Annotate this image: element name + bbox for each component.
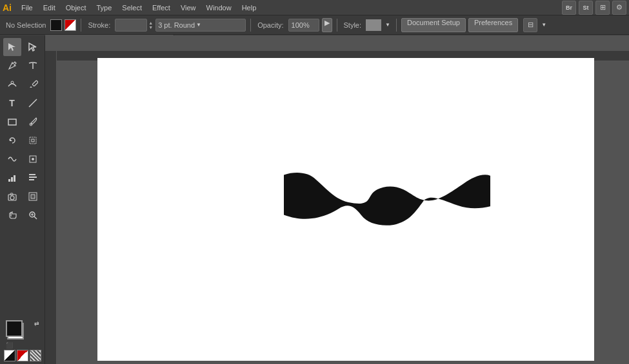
color-controls: ⇄ ⬛ — [4, 318, 41, 361]
menu-window[interactable]: Window — [202, 3, 236, 13]
pencil-tool[interactable] — [24, 75, 42, 93]
svg-point-19 — [10, 196, 14, 200]
curvature-tool[interactable] — [3, 75, 21, 93]
pen-tool[interactable] — [3, 57, 21, 75]
transform-tool[interactable] — [24, 131, 42, 149]
svg-marker-0 — [8, 43, 15, 51]
style-dropdown-arrow[interactable]: ▼ — [384, 22, 392, 28]
svg-rect-13 — [11, 177, 13, 182]
svg-marker-7 — [10, 139, 12, 141]
fill-swatch[interactable] — [50, 19, 62, 31]
none-icon[interactable] — [30, 350, 41, 361]
stock-icon[interactable]: St — [579, 1, 593, 15]
swap-colors-icon[interactable]: ⇄ — [34, 320, 39, 327]
fill-color-swatch[interactable] — [6, 320, 23, 337]
sep1 — [81, 19, 81, 32]
menu-edit[interactable]: Edit — [39, 3, 60, 13]
stroke-input[interactable] — [115, 19, 147, 32]
mustache-shape — [284, 167, 490, 252]
tool-row-3 — [2, 75, 43, 93]
menubar: Ai File Edit Object Type Select Effect V… — [0, 0, 629, 15]
selection-tool[interactable] — [3, 38, 21, 56]
options-toolbar: No Selection Stroke: ▲ ▼ 3 pt. Round ▼ O… — [0, 15, 629, 35]
workspace-icon[interactable]: ⊞ — [595, 1, 610, 15]
sep3 — [337, 19, 337, 32]
bridge-icon[interactable]: Br — [562, 1, 576, 15]
svg-rect-9 — [32, 139, 34, 142]
tool-row-1 — [2, 38, 43, 56]
svg-point-11 — [32, 158, 34, 160]
menu-view[interactable]: View — [176, 3, 201, 13]
gradient-icon[interactable] — [17, 350, 28, 361]
svg-rect-5 — [8, 119, 16, 125]
rectangle-tool[interactable] — [3, 113, 21, 131]
tool-row-10 — [2, 206, 43, 224]
menu-help[interactable]: Help — [237, 3, 261, 13]
stroke-label: Stroke: — [86, 21, 112, 29]
svg-rect-22 — [31, 195, 35, 198]
tool-row-2 — [2, 57, 43, 75]
arrange-dropdown-arrow[interactable]: ▼ — [540, 22, 548, 28]
sync-icon[interactable]: ⚙ — [612, 1, 626, 15]
direct-selection-tool[interactable] — [24, 38, 42, 56]
stroke-type-dropdown[interactable]: 3 pt. Round ▼ — [155, 19, 246, 32]
svg-marker-1 — [29, 43, 36, 51]
type-tool-group[interactable] — [24, 57, 42, 75]
tool-row-8 — [2, 169, 43, 187]
warp-tool[interactable] — [3, 150, 21, 168]
arrange-icon[interactable]: ⊟ — [523, 18, 537, 32]
stroke-type-label: 3 pt. Round — [158, 21, 195, 29]
selection-label: No Selection — [4, 21, 48, 29]
color-icon[interactable] — [4, 350, 15, 361]
style-label: Style: — [342, 21, 364, 29]
svg-rect-15 — [29, 177, 37, 178]
menu-effect[interactable]: Effect — [148, 3, 175, 13]
doc-setup-button[interactable]: Document Setup — [401, 18, 466, 32]
artboard-tool[interactable] — [24, 187, 42, 206]
stroke-dropdown-arrow: ▼ — [196, 22, 201, 28]
tool-row-7 — [2, 150, 43, 168]
paintbrush-tool[interactable] — [24, 113, 42, 131]
svg-line-24 — [34, 216, 37, 219]
graph-tool[interactable] — [3, 169, 21, 187]
opacity-label: Opacity: — [255, 21, 285, 29]
canvas-area — [45, 35, 629, 364]
menu-object[interactable]: Object — [61, 3, 91, 13]
vertical-ruler — [45, 51, 57, 364]
sep4 — [396, 19, 397, 32]
text-tool[interactable]: T — [3, 94, 21, 112]
svg-rect-16 — [29, 179, 34, 180]
svg-rect-14 — [14, 175, 15, 182]
stroke-swatch[interactable] — [65, 19, 76, 31]
hand-tool[interactable] — [3, 206, 21, 224]
white-canvas — [97, 58, 594, 361]
svg-rect-17 — [29, 174, 35, 175]
tool-row-6 — [2, 131, 43, 149]
bar-chart-tool[interactable] — [24, 169, 42, 187]
tool-row-5 — [2, 113, 43, 131]
menu-select[interactable]: Select — [117, 3, 146, 13]
opacity-input[interactable] — [288, 19, 319, 32]
default-colors-icon[interactable]: ⬛ — [6, 342, 13, 349]
zoom-tool[interactable] — [24, 206, 42, 224]
stroke-spinners[interactable]: ▲ ▼ — [148, 21, 153, 30]
color-mode-row — [4, 350, 41, 361]
menu-type[interactable]: Type — [92, 3, 117, 13]
document-canvas[interactable] — [68, 61, 623, 358]
app-logo: Ai — [3, 3, 12, 13]
style-swatch[interactable] — [366, 19, 381, 31]
color-swatch-area: ⇄ ⬛ — [6, 320, 39, 349]
menu-file[interactable]: File — [17, 3, 37, 13]
opacity-expand-btn[interactable]: ▶ — [322, 18, 332, 32]
line-tool[interactable] — [24, 94, 42, 112]
preferences-button[interactable]: Preferences — [468, 18, 518, 32]
svg-rect-12 — [8, 179, 10, 182]
svg-rect-3 — [32, 81, 38, 86]
camera-tool[interactable] — [3, 187, 21, 206]
free-transform-tool[interactable] — [24, 150, 42, 168]
sep2 — [250, 19, 251, 32]
stroke-value-box: ▲ ▼ — [115, 19, 153, 32]
rotate-tool[interactable] — [3, 131, 21, 149]
tool-row-9 — [2, 187, 43, 206]
svg-rect-8 — [30, 137, 36, 144]
